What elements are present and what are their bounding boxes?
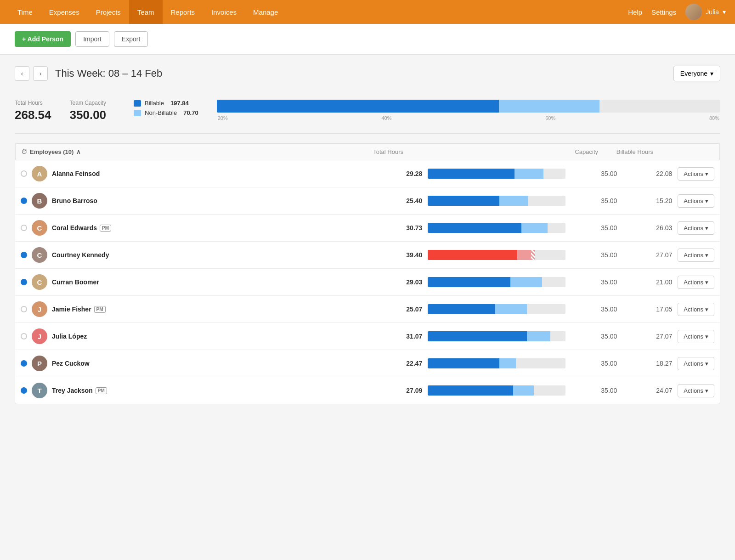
employee-name: Trey Jackson PM: [52, 387, 135, 394]
employee-rows: A Alanna Feinsod 29.28 35.00 22.08 Actio…: [15, 160, 720, 404]
actions-button[interactable]: Actions ▾: [678, 330, 714, 343]
employee-billable-hours: 18.27: [617, 360, 672, 367]
employee-avatar: J: [32, 328, 47, 344]
employee-bar: [428, 304, 565, 314]
employee-capacity: 35.00: [571, 360, 617, 367]
table-row: P Pez Cuckow 22.47 35.00 18.27 Actions ▾: [15, 350, 720, 377]
billable-label: Billable: [145, 100, 164, 107]
actions-button[interactable]: Actions ▾: [678, 194, 714, 208]
everyone-filter-button[interactable]: Everyone ▾: [673, 66, 720, 81]
employee-capacity: 35.00: [571, 305, 617, 313]
main-content: ‹ › This Week: 08 – 14 Feb Everyone ▾ To…: [0, 55, 735, 415]
bar-ticks: 20% 40% 60% 80%: [217, 115, 720, 121]
user-menu[interactable]: Julia ▾: [685, 4, 726, 20]
toolbar: + Add Person Import Export: [0, 24, 735, 55]
actions-label: Actions: [684, 170, 703, 177]
bar-billable: [428, 223, 521, 233]
avatar-image: [685, 4, 702, 20]
actions-button[interactable]: Actions ▾: [678, 384, 714, 397]
actions-button[interactable]: Actions ▾: [678, 276, 714, 289]
next-week-button[interactable]: ›: [33, 66, 48, 81]
employee-name: Alanna Feinsod: [52, 170, 135, 177]
actions-chevron-icon: ▾: [705, 387, 708, 394]
nonbillable-legend-item: Non-Billable 70.70: [134, 109, 198, 116]
user-chevron-icon: ▾: [723, 8, 726, 16]
billable-legend-item: Billable 197.84: [134, 100, 198, 107]
nav-item-manage[interactable]: Manage: [245, 0, 286, 24]
nav-item-reports[interactable]: Reports: [163, 0, 204, 24]
tick-80: 80%: [709, 115, 719, 121]
user-name: Julia: [706, 8, 719, 16]
bar-nonbillable: [527, 331, 550, 341]
nav-item-invoices[interactable]: Invoices: [203, 0, 245, 24]
employees-header[interactable]: ⏱ Employees (10) ∧: [21, 148, 81, 155]
employee-bar: [428, 277, 565, 287]
col-billable-header: Billable Hours: [598, 148, 653, 155]
stats-row: Total Hours 268.54 Team Capacity 350.00 …: [15, 92, 720, 134]
bar-nonbillable: [499, 196, 528, 206]
employee-name: Jamie Fisher PM: [52, 305, 135, 313]
employee-bar: [428, 358, 565, 368]
actions-label: Actions: [684, 225, 703, 232]
online-status-indicator: [21, 279, 27, 285]
prev-week-button[interactable]: ‹: [15, 66, 29, 81]
actions-button[interactable]: Actions ▾: [678, 249, 714, 262]
actions-button[interactable]: Actions ▾: [678, 303, 714, 316]
total-hours-stat: Total Hours 268.54: [15, 100, 51, 122]
employee-total-hours: 22.47: [385, 360, 422, 367]
employee-name: Courtney Kennedy: [52, 251, 135, 259]
employee-total-hours: 31.07: [385, 333, 422, 340]
nav-help[interactable]: Help: [628, 8, 642, 16]
employee-avatar: J: [32, 301, 47, 317]
nav-settings[interactable]: Settings: [651, 8, 676, 16]
nav-right: Help Settings Julia ▾: [628, 4, 726, 20]
bar-nonbillable: [495, 304, 527, 314]
export-button[interactable]: Export: [114, 31, 148, 47]
actions-label: Actions: [684, 279, 703, 286]
actions-label: Actions: [684, 198, 703, 204]
nav-item-time[interactable]: Time: [9, 0, 41, 24]
actions-chevron-icon: ▾: [705, 333, 708, 340]
employee-bar: [428, 331, 565, 341]
nav-item-expenses[interactable]: Expenses: [41, 0, 88, 24]
table-row: J Julia López 31.07 35.00 27.07 Actions …: [15, 323, 720, 350]
actions-button[interactable]: Actions ▾: [678, 167, 714, 181]
bar-billable: [428, 304, 495, 314]
nav-item-projects[interactable]: Projects: [88, 0, 129, 24]
employee-bar: [428, 196, 565, 206]
pm-badge: PM: [96, 387, 107, 394]
summary-bar: 20% 40% 60% 80%: [217, 100, 720, 121]
bar-nonbillable: [510, 277, 542, 287]
everyone-label: Everyone: [680, 70, 707, 77]
team-capacity-value: 350.00: [70, 108, 107, 122]
table-row: C Curran Boomer 29.03 35.00 21.00 Action…: [15, 269, 720, 296]
add-person-button[interactable]: + Add Person: [15, 31, 71, 47]
online-status-indicator: [21, 252, 27, 258]
employee-avatar: C: [32, 247, 47, 263]
actions-label: Actions: [684, 333, 703, 340]
online-status-indicator: [21, 387, 27, 394]
table-row: J Jamie Fisher PM 25.07 35.00 17.05 Acti…: [15, 296, 720, 323]
employee-avatar: T: [32, 383, 47, 398]
tick-60: 60%: [545, 115, 555, 121]
actions-label: Actions: [684, 306, 703, 313]
employee-avatar: P: [32, 356, 47, 371]
employee-total-hours: 25.40: [385, 197, 422, 204]
tick-40: 40%: [381, 115, 391, 121]
employee-total-hours: 29.28: [385, 170, 422, 177]
employee-billable-hours: 17.05: [617, 305, 672, 313]
nav-item-team[interactable]: Team: [129, 0, 163, 24]
actions-button[interactable]: Actions ▾: [678, 221, 714, 235]
employee-bar: [428, 250, 565, 260]
week-range: 08 – 14 Feb: [108, 68, 162, 79]
actions-button[interactable]: Actions ▾: [678, 357, 714, 370]
bar-nonbillable: [514, 169, 543, 179]
bar-nonbillable: [521, 223, 548, 233]
employee-name: Julia López: [52, 333, 135, 340]
table-row: C Coral Edwards PM 30.73 35.00 26.03 Act…: [15, 215, 720, 242]
employee-billable-hours: 22.08: [617, 170, 672, 177]
import-button[interactable]: Import: [75, 31, 109, 47]
total-hours-value: 268.54: [15, 108, 51, 122]
summary-bar-nonbillable: [499, 100, 599, 113]
actions-label: Actions: [684, 252, 703, 259]
